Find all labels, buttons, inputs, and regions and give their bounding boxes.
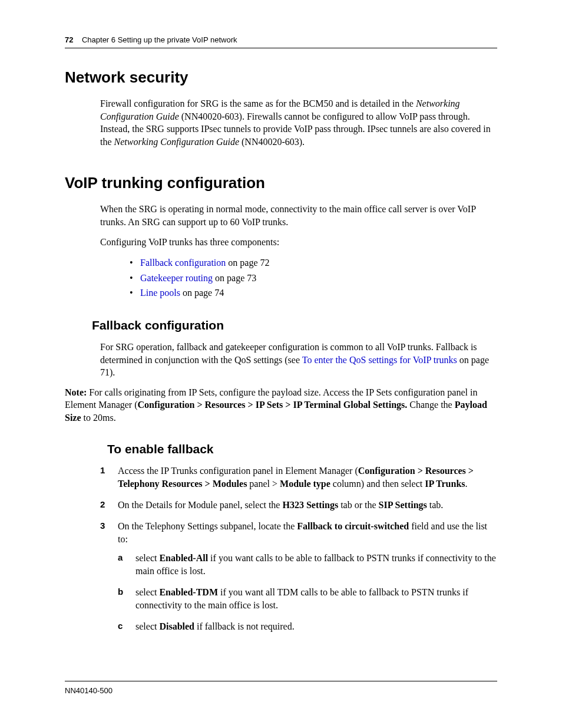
substep-letter: a	[118, 552, 123, 564]
step-number: 2	[100, 499, 105, 511]
heading-to-enable-fallback: To enable fallback	[107, 442, 497, 456]
note: Note: For calls originating from IP Sets…	[65, 386, 497, 424]
list-item: Line pools on page 74	[130, 285, 497, 301]
link-gatekeeper-routing[interactable]: Gatekeeper routing	[140, 273, 213, 283]
step-3: 3 On the Telephony Settings subpanel, lo…	[100, 520, 497, 634]
step-number: 1	[100, 465, 105, 477]
heading-network-security: Network security	[65, 68, 497, 87]
link-line-pools[interactable]: Line pools	[140, 288, 180, 298]
paragraph: When the SRG is operating in normal mode…	[100, 203, 497, 228]
running-header: 72 Chapter 6 Setting up the private VoIP…	[65, 35, 497, 48]
page: 72 Chapter 6 Setting up the private VoIP…	[0, 0, 562, 728]
link-fallback-configuration[interactable]: Fallback configuration	[140, 258, 226, 268]
link-qos-settings[interactable]: To enter the QoS settings for VoIP trunk…	[302, 355, 457, 365]
doc-id: NN40140-500	[65, 686, 113, 695]
footer: NN40140-500	[65, 681, 497, 695]
step-number: 3	[100, 520, 105, 532]
paragraph: For SRG operation, fallback and gatekeep…	[100, 341, 497, 379]
paragraph: Firewall configuration for SRG is the sa…	[100, 97, 497, 148]
bullet-list: Fallback configuration on page 72 Gateke…	[130, 255, 497, 301]
substep-b: b select Enabled-TDM if you want all TDM…	[118, 586, 497, 612]
heading-fallback-configuration: Fallback configuration	[92, 318, 497, 332]
substep-letter: b	[118, 586, 123, 598]
list-item: Gatekeeper routing on page 73	[130, 271, 497, 286]
numbered-steps: 1 Access the IP Trunks configuration pan…	[100, 465, 497, 634]
list-item: Fallback configuration on page 72	[130, 255, 497, 271]
page-number: 72	[65, 35, 73, 44]
heading-voip-trunking: VoIP trunking configuration	[65, 174, 497, 192]
substep-c: c select Disabled if fallback is not req…	[118, 620, 497, 633]
step-1: 1 Access the IP Trunks configuration pan…	[100, 465, 497, 490]
paragraph: Configuring VoIP trunks has three compon…	[100, 236, 497, 249]
substep-letter: c	[118, 620, 123, 633]
sub-steps: a select Enabled-All if you want calls t…	[118, 552, 497, 633]
substep-a: a select Enabled-All if you want calls t…	[118, 552, 497, 578]
chapter-title: Chapter 6 Setting up the private VoIP ne…	[75, 35, 237, 44]
step-2: 2 On the Details for Module panel, selec…	[100, 499, 497, 512]
